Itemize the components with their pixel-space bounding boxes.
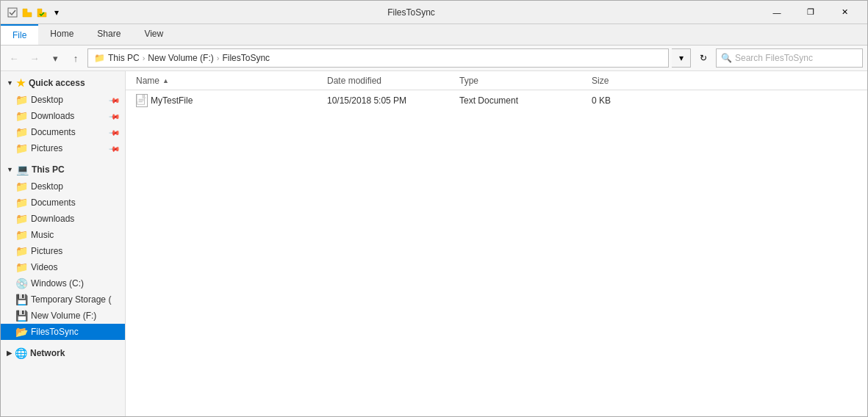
sidebar-item-qa-downloads[interactable]: 📁 Downloads 📌 bbox=[1, 108, 125, 124]
address-bar-row: ← → ▾ ↑ 📁 This PC › New Volume (F:) › Fi… bbox=[1, 46, 867, 71]
this-pc-icon: 💻 bbox=[16, 164, 29, 175]
table-row[interactable]: MyTestFile 10/15/2018 5:05 PM Text Docum… bbox=[133, 92, 860, 109]
title-bar: ▾ FilesToSync — ❐ ✕ bbox=[1, 1, 867, 24]
sidebar-section-this-pc[interactable]: ▼ 💻 This PC bbox=[1, 161, 125, 178]
quick-access-chevron: ▼ bbox=[7, 79, 13, 87]
music-label: Music bbox=[31, 230, 54, 240]
breadcrumb-volume[interactable]: New Volume (F:) bbox=[148, 53, 213, 63]
pin-icon: 📌 bbox=[109, 142, 121, 154]
this-pc-label: This PC bbox=[32, 164, 65, 175]
temp-storage-label: Temporary Storage ( bbox=[31, 294, 111, 305]
col-header-date[interactable]: Date modified bbox=[324, 71, 456, 90]
breadcrumb: This PC › New Volume (F:) › FilesToSync bbox=[108, 53, 270, 63]
title-bar-icons: ▾ bbox=[7, 7, 62, 18]
recent-locations-button[interactable]: ▾ bbox=[46, 49, 64, 67]
quick-access-star-icon: ★ bbox=[16, 77, 26, 89]
qa-pictures-label: Pictures bbox=[31, 143, 62, 153]
sidebar-item-desktop[interactable]: 📁 Desktop bbox=[1, 178, 125, 195]
sidebar-item-qa-documents[interactable]: 📁 Documents 📌 bbox=[1, 124, 125, 140]
drive-f-icon: 💾 bbox=[15, 310, 28, 322]
folder-icon: 📁 bbox=[15, 181, 28, 192]
sidebar-item-windows-c[interactable]: 💿 Windows (C:) bbox=[1, 275, 125, 291]
address-dropdown-button[interactable]: ▾ bbox=[672, 48, 691, 68]
tab-home[interactable]: Home bbox=[38, 24, 85, 45]
up-button[interactable]: ↑ bbox=[67, 49, 85, 67]
sidebar-item-temp-storage[interactable]: 💾 Temporary Storage ( bbox=[1, 291, 125, 308]
drive-c-icon: 💿 bbox=[15, 278, 28, 289]
search-icon: 🔍 bbox=[721, 53, 732, 63]
qat-icon-1[interactable] bbox=[7, 7, 18, 18]
sidebar-item-qa-pictures[interactable]: 📁 Pictures 📌 bbox=[1, 140, 125, 156]
window-controls: — ❐ ✕ bbox=[760, 1, 861, 24]
sidebar-section-quick-access[interactable]: ▼ ★ Quick access bbox=[1, 74, 125, 92]
documents-label: Documents bbox=[31, 197, 76, 208]
drive-temp-icon: 💾 bbox=[15, 294, 28, 305]
qa-downloads-label: Downloads bbox=[31, 111, 74, 121]
col-header-type[interactable]: Type bbox=[456, 71, 589, 90]
breadcrumb-folder[interactable]: FilesToSync bbox=[222, 53, 270, 63]
qat-icon-3[interactable] bbox=[36, 7, 48, 18]
sidebar-item-downloads[interactable]: 📁 Downloads bbox=[1, 211, 125, 227]
refresh-button[interactable]: ↻ bbox=[694, 48, 713, 68]
sidebar-item-qa-desktop[interactable]: 📁 Desktop 📌 bbox=[1, 92, 125, 108]
folder-icon: 📁 bbox=[15, 94, 28, 106]
file-size: 0 KB bbox=[592, 95, 611, 106]
file-date-cell: 10/15/2018 5:05 PM bbox=[327, 95, 459, 106]
col-header-name[interactable]: Name ▲ bbox=[133, 71, 324, 90]
maximize-button[interactable]: ❐ bbox=[794, 1, 828, 24]
folder-icon: 📁 bbox=[15, 213, 28, 225]
forward-button[interactable]: → bbox=[26, 49, 43, 67]
file-name: MyTestFile bbox=[151, 95, 193, 106]
folder-icon: 📁 bbox=[15, 245, 28, 257]
sidebar-item-new-volume[interactable]: 💾 New Volume (F:) bbox=[1, 308, 125, 324]
downloads-label: Downloads bbox=[31, 214, 74, 224]
sidebar-section-network[interactable]: ▶ 🌐 Network bbox=[1, 344, 125, 362]
folder-icon: 📁 bbox=[15, 142, 28, 154]
breadcrumb-sep-2: › bbox=[217, 54, 220, 62]
file-list-body: MyTestFile 10/15/2018 5:05 PM Text Docum… bbox=[126, 90, 867, 416]
folder-icon: 📁 bbox=[15, 110, 28, 122]
pin-icon: 📌 bbox=[109, 110, 121, 122]
window-title: FilesToSync bbox=[67, 7, 756, 18]
this-pc-chevron: ▼ bbox=[7, 166, 13, 173]
tab-share[interactable]: Share bbox=[85, 24, 132, 45]
pin-icon: 📌 bbox=[109, 94, 121, 106]
qat-icon-2[interactable] bbox=[21, 7, 33, 18]
address-box[interactable]: 📁 This PC › New Volume (F:) › FilesToSyn… bbox=[87, 48, 669, 68]
file-list-header: Name ▲ Date modified Type Size bbox=[126, 71, 867, 90]
network-label: Network bbox=[30, 348, 65, 358]
ribbon: File Home Share View bbox=[1, 24, 867, 46]
tab-view[interactable]: View bbox=[132, 24, 175, 45]
folder-icon: 📁 bbox=[15, 126, 28, 138]
qa-desktop-label: Desktop bbox=[31, 95, 63, 105]
file-list-area: Name ▲ Date modified Type Size bbox=[126, 71, 867, 416]
sidebar-item-pictures[interactable]: 📁 Pictures bbox=[1, 243, 125, 259]
folder-icon: 📁 bbox=[15, 261, 28, 273]
sort-arrow-name: ▲ bbox=[162, 77, 169, 84]
search-placeholder: Search FilesToSync bbox=[735, 53, 813, 63]
minimize-button[interactable]: — bbox=[760, 1, 794, 24]
tab-file[interactable]: File bbox=[1, 24, 38, 45]
col-header-size[interactable]: Size bbox=[589, 71, 677, 90]
videos-label: Videos bbox=[31, 262, 57, 272]
folder-icon: 📁 bbox=[15, 197, 28, 208]
search-box[interactable]: 🔍 Search FilesToSync bbox=[716, 48, 863, 68]
sidebar-item-music[interactable]: 📁 Music bbox=[1, 227, 125, 243]
sidebar-item-videos[interactable]: 📁 Videos bbox=[1, 259, 125, 275]
file-name-cell: MyTestFile bbox=[136, 94, 327, 107]
windows-c-label: Windows (C:) bbox=[31, 278, 84, 289]
file-size-cell: 0 KB bbox=[592, 95, 680, 106]
file-type: Text Document bbox=[459, 95, 518, 106]
breadcrumb-thispc[interactable]: This PC bbox=[108, 53, 140, 63]
back-button[interactable]: ← bbox=[5, 49, 23, 67]
close-button[interactable]: ✕ bbox=[828, 1, 861, 24]
quick-access-label: Quick access bbox=[29, 78, 85, 88]
qat-dropdown[interactable]: ▾ bbox=[51, 7, 62, 18]
sidebar-item-documents[interactable]: 📁 Documents bbox=[1, 195, 125, 211]
document-icon bbox=[136, 94, 148, 107]
folder-small-icon: 📁 bbox=[94, 53, 105, 63]
new-volume-label: New Volume (F:) bbox=[31, 311, 96, 321]
folder-icon: 📁 bbox=[15, 229, 28, 241]
file-date: 10/15/2018 5:05 PM bbox=[327, 95, 406, 106]
sidebar-item-filestosync[interactable]: 📂 FilesToSync bbox=[1, 324, 125, 340]
